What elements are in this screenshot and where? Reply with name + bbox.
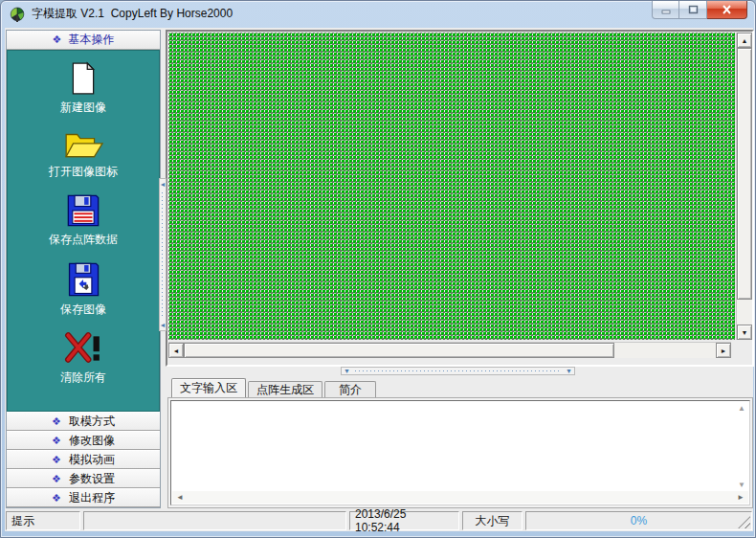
diamond-icon: ❖ xyxy=(52,415,61,428)
status-case-panel: 大小写 xyxy=(462,511,523,530)
new-image-icon xyxy=(67,60,100,97)
tool-label: 保存图像 xyxy=(60,302,106,318)
splitter-dots xyxy=(355,370,561,372)
sidebar-item-simulate-animation[interactable]: ❖ 模拟动画 xyxy=(7,450,160,469)
status-progress-panel: 0% xyxy=(525,511,752,530)
status-hint-label: 提示 xyxy=(11,513,34,529)
close-icon xyxy=(722,5,732,14)
minimize-icon xyxy=(661,6,671,14)
tool-open-image[interactable]: 打开图像图标 xyxy=(49,128,118,180)
horizontal-scroll-thumb[interactable] xyxy=(184,343,614,358)
tab-label: 文字输入区 xyxy=(180,380,237,396)
client-area: ❖ 基本操作 新建图像 打开图像图标 xyxy=(5,28,753,531)
tab-label: 简介 xyxy=(339,382,362,398)
status-datetime-panel: 2013/6/25 10:52:44 xyxy=(349,511,459,530)
close-button[interactable] xyxy=(707,1,747,19)
nav-label: 模拟动画 xyxy=(69,452,115,468)
open-image-icon xyxy=(63,128,103,161)
horizontal-scrollbar[interactable]: ◄ ► xyxy=(168,342,731,358)
nav-label: 修改图像 xyxy=(69,433,115,449)
nav-label: 取模方式 xyxy=(69,414,115,430)
diamond-icon: ❖ xyxy=(52,454,61,466)
diamond-icon: ❖ xyxy=(52,492,61,504)
sidebar-header-label: 基本操作 xyxy=(68,32,114,48)
tool-label: 保存点阵数据 xyxy=(49,232,118,248)
editor-scroll-down-icon[interactable]: ▼ xyxy=(738,481,745,489)
status-case-label: 大小写 xyxy=(476,513,510,529)
vertical-scroll-thumb[interactable] xyxy=(737,48,752,300)
arrow-left-icon: ◄ xyxy=(173,347,180,354)
diamond-icon: ❖ xyxy=(52,435,61,447)
sidebar-item-parameter-settings[interactable]: ❖ 参数设置 xyxy=(7,469,160,488)
clear-all-icon xyxy=(64,330,102,367)
minimize-button[interactable] xyxy=(652,1,679,19)
image-canvas-container: ▲ ▼ ◄ ► xyxy=(166,30,754,367)
app-window: 字模提取 V2.1 CopyLeft By Horse2000 ❖ 基本操作 xyxy=(0,0,756,538)
sidebar-item-mode-method[interactable]: ❖ 取模方式 xyxy=(7,412,160,431)
collapse-down-icon[interactable]: ▼ xyxy=(342,368,352,374)
sidebar-tool-panel: 新建图像 打开图像图标 xyxy=(7,50,160,412)
diamond-icon: ❖ xyxy=(52,473,61,485)
tab-pane: ▲ ▼ ◄ ► xyxy=(167,397,753,508)
app-icon xyxy=(10,7,25,22)
tool-label: 新建图像 xyxy=(60,100,106,116)
vertical-scrollbar[interactable]: ▲ ▼ xyxy=(736,33,752,340)
collapse-down-icon[interactable]: ▼ xyxy=(564,368,574,374)
tab-text-input-area[interactable]: 文字输入区 xyxy=(171,378,246,397)
tool-save-image[interactable]: 保存图像 xyxy=(60,260,106,318)
scroll-down-button[interactable]: ▼ xyxy=(737,325,752,340)
tool-new-image[interactable]: 新建图像 xyxy=(60,60,106,116)
resize-grip[interactable] xyxy=(738,516,750,528)
tool-label: 打开图像图标 xyxy=(49,164,118,180)
window-title: 字模提取 V2.1 CopyLeft By Horse2000 xyxy=(32,1,233,27)
maximize-button[interactable] xyxy=(679,1,707,19)
tool-clear-all[interactable]: 清除所有 xyxy=(60,330,106,386)
collapse-left-icon[interactable]: ◄ xyxy=(160,179,167,190)
status-bar: 提示 2013/6/25 10:52:44 大小写 0% xyxy=(5,511,753,531)
diamond-icon: ❖ xyxy=(53,34,62,46)
sidebar-item-modify-image[interactable]: ❖ 修改图像 xyxy=(7,431,160,450)
tab-matrix-output-area[interactable]: 点阵生成区 xyxy=(248,381,322,397)
text-input-box: ▲ ▼ ◄ ► xyxy=(170,400,750,505)
arrow-down-icon: ▼ xyxy=(742,329,748,336)
editor-scroll-right-icon[interactable]: ► xyxy=(737,493,745,502)
nav-label: 退出程序 xyxy=(69,490,115,506)
nav-label: 参数设置 xyxy=(69,471,115,487)
splitter-dots xyxy=(162,192,164,317)
scroll-right-button[interactable]: ► xyxy=(716,343,731,358)
status-progress-value: 0% xyxy=(631,514,647,527)
save-matrix-icon xyxy=(65,192,101,229)
scroll-left-button[interactable]: ◄ xyxy=(168,343,184,358)
status-datetime: 2013/6/25 10:52:44 xyxy=(355,507,454,534)
status-message-panel xyxy=(83,511,346,530)
collapse-left-icon[interactable]: ◄ xyxy=(160,320,167,330)
tab-introduction[interactable]: 简介 xyxy=(324,381,376,397)
title-bar[interactable]: 字模提取 V2.1 CopyLeft By Horse2000 xyxy=(1,1,755,28)
tool-save-matrix[interactable]: 保存点阵数据 xyxy=(49,192,118,248)
scroll-up-button[interactable]: ▲ xyxy=(737,33,752,48)
arrow-up-icon: ▲ xyxy=(742,37,748,44)
tool-label: 清除所有 xyxy=(60,370,106,386)
editor-scroll-left-icon[interactable]: ◄ xyxy=(176,493,184,502)
horizontal-splitter[interactable]: ▼ ▼ xyxy=(341,367,575,375)
maximize-icon xyxy=(688,5,699,14)
sidebar-nav: ❖ 取模方式 ❖ 修改图像 ❖ 模拟动画 ❖ 参数设置 ❖ 退出程序 xyxy=(7,412,160,507)
save-image-icon xyxy=(65,260,101,299)
text-input-field[interactable] xyxy=(173,403,734,489)
tab-label: 点阵生成区 xyxy=(256,382,314,398)
editor-horizontal-scrollbar[interactable]: ◄ ► xyxy=(172,491,748,504)
status-hint-panel: 提示 xyxy=(6,511,80,530)
arrow-right-icon: ► xyxy=(721,347,727,354)
sidebar-item-exit-program[interactable]: ❖ 退出程序 xyxy=(7,488,160,507)
editor-scroll-up-icon[interactable]: ▲ xyxy=(738,404,745,413)
sidebar: ❖ 基本操作 新建图像 打开图像图标 xyxy=(6,30,161,508)
dot-matrix-canvas[interactable] xyxy=(168,33,735,340)
sidebar-header-basic-operations[interactable]: ❖ 基本操作 xyxy=(7,31,160,50)
bottom-tabstrip: 文字输入区 点阵生成区 简介 xyxy=(167,378,753,397)
vertical-splitter[interactable]: ◄ ◄ xyxy=(159,178,167,331)
